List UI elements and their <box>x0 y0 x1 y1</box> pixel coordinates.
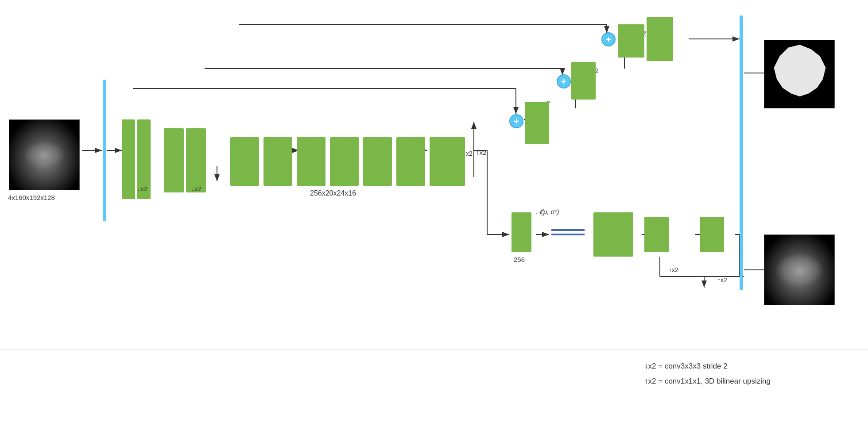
legend-note-up: ↑x2 = conv1x1x1, 3D bilinear upsizing <box>644 374 771 389</box>
seg-white-shape <box>771 45 829 102</box>
decoder-block-2 <box>571 62 596 100</box>
dim-label: 256x20x24x16 <box>310 189 356 197</box>
input-label: 4x160x192x128 <box>8 194 55 201</box>
vae-256-label: 256 <box>514 256 525 263</box>
legend-notes: ↓x2 = conv3x3x3 stride 2 ↑x2 = conv1x1x1… <box>644 359 771 389</box>
decoder-block-1 <box>525 102 549 144</box>
downsample-label-1: ↓x2 <box>137 185 147 192</box>
plus-circle-1: + <box>509 114 523 128</box>
vae-decoder-block-2 <box>644 217 669 252</box>
encoder-block-3c <box>297 137 326 186</box>
legend-note-down: ↓x2 = conv3x3x3 stride 2 <box>644 359 771 374</box>
svg-text:↑x2: ↑x2 <box>476 149 486 156</box>
output-segmentation <box>764 40 835 108</box>
decoder-block-3b <box>647 17 673 61</box>
diagram-container: ↑x2 ↑x2 ↑x2 ↑x2 ↑x2 ↑x2 ↑x2 4x160x192x12… <box>0 0 868 438</box>
brain-scan <box>9 120 79 190</box>
encoder-block-3f <box>396 137 425 186</box>
decoder-block-3 <box>618 24 644 58</box>
vae-encoder-block <box>512 212 531 252</box>
encoder-block-3g <box>430 137 465 186</box>
svg-text:↑x2: ↑x2 <box>669 266 678 273</box>
blue-bar-left <box>103 80 106 221</box>
encoder-block-3a <box>230 137 259 186</box>
vae-line-2 <box>551 234 585 235</box>
vae-line-1 <box>551 229 585 231</box>
encoder-block-1a <box>122 119 135 199</box>
plus-circle-3: + <box>601 32 616 46</box>
encoder-block-3d <box>330 137 359 186</box>
encoder-block-2a <box>164 128 184 192</box>
vae-distribution-label: 𝒩(μ, σ²) <box>536 208 559 216</box>
encoder-block-3b <box>264 137 292 186</box>
blue-bar-right <box>740 15 743 290</box>
svg-text:↑x2: ↑x2 <box>717 277 727 284</box>
encoder-block-3e <box>363 137 392 186</box>
downsample-label-2: ↓x2 <box>191 185 202 192</box>
vae-decoder-block-1 <box>593 212 633 257</box>
plus-circle-2: + <box>557 74 571 88</box>
vae-decoder-block-3 <box>700 217 724 252</box>
legend-section: = Group Norm ReLU Conv3x3x3 Group Norm <box>0 350 868 438</box>
output-reconstruction <box>764 234 835 305</box>
input-image <box>9 119 80 190</box>
encoder-block-2b <box>186 128 206 192</box>
